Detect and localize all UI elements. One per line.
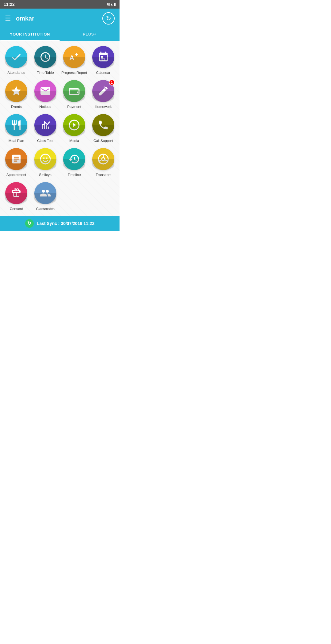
svg-point-10 bbox=[102, 158, 105, 161]
header-left: ☰ omkar bbox=[5, 14, 34, 22]
icon-circle-classmates bbox=[34, 182, 56, 204]
icon-circle-smileys bbox=[34, 148, 56, 170]
tab-your-institution[interactable]: YOUR INSTITUTION bbox=[0, 28, 60, 40]
svg-rect-3 bbox=[104, 86, 105, 89]
icon-circle-events bbox=[5, 80, 27, 102]
icon-circle-transport bbox=[92, 148, 114, 170]
tab-bar: YOUR INSTITUTION PLUS+ bbox=[0, 28, 120, 41]
label-payment: Payment bbox=[67, 105, 81, 109]
label-media: Media bbox=[70, 139, 79, 143]
icon-circle-appointment bbox=[5, 148, 27, 170]
badge-homework: 1 bbox=[109, 79, 115, 86]
grid-item-progress[interactable]: A+Progress Report bbox=[60, 46, 88, 75]
grid-item-homework[interactable]: 1Homework bbox=[89, 80, 117, 109]
grid-container: AttendanceTime TableA+Progress Report31C… bbox=[0, 41, 120, 216]
svg-point-6 bbox=[40, 154, 50, 164]
label-smileys: Smileys bbox=[39, 173, 51, 177]
grid-item-timeline[interactable]: Timeline bbox=[60, 148, 88, 177]
grid-item-media[interactable]: Media bbox=[60, 114, 88, 143]
header-title: omkar bbox=[16, 15, 34, 22]
grid-item-smileys[interactable]: Smileys bbox=[32, 148, 59, 177]
label-mealplan: Meal Plan bbox=[9, 139, 24, 143]
label-events: Events bbox=[11, 105, 22, 109]
grid-item-classmates[interactable]: Classmates bbox=[32, 182, 59, 211]
icon-circle-consent bbox=[5, 182, 27, 204]
icon-circle-media bbox=[63, 114, 85, 136]
status-time: 11:22 bbox=[4, 2, 15, 7]
label-calendar: Calendar bbox=[96, 70, 110, 75]
label-appointment: Appointment bbox=[6, 173, 26, 177]
grid-item-calendar[interactable]: 31Calendar bbox=[89, 46, 117, 75]
icon-circle-payment bbox=[63, 80, 85, 102]
grid-item-payment[interactable]: Payment bbox=[60, 80, 88, 109]
svg-point-8 bbox=[46, 157, 48, 159]
grid-item-classtest[interactable]: Class Test bbox=[32, 114, 59, 143]
svg-marker-5 bbox=[73, 123, 76, 127]
svg-point-7 bbox=[43, 157, 45, 159]
icon-circle-callsupport bbox=[92, 114, 114, 136]
signal-icon: ▴ bbox=[111, 2, 112, 6]
svg-text:+: + bbox=[75, 52, 78, 57]
refresh-button[interactable]: ↻ bbox=[102, 12, 115, 25]
bottom-bar: ↻ Last Sync : 30/07/2019 11:22 bbox=[0, 216, 120, 231]
svg-line-12 bbox=[99, 159, 102, 161]
grid-item-notices[interactable]: Notices bbox=[32, 80, 59, 109]
grid-item-callsupport[interactable]: Call Support bbox=[89, 114, 117, 143]
header: ☰ omkar ↻ bbox=[0, 9, 120, 28]
menu-button[interactable]: ☰ bbox=[5, 14, 11, 22]
svg-text:31: 31 bbox=[101, 57, 105, 61]
svg-line-13 bbox=[105, 159, 108, 161]
label-attendance: Attendance bbox=[7, 70, 25, 75]
label-timetable: Time Table bbox=[37, 70, 54, 75]
grid-item-timetable[interactable]: Time Table bbox=[32, 46, 59, 75]
icon-circle-timeline bbox=[63, 148, 85, 170]
grid-item-events[interactable]: Events bbox=[2, 80, 30, 109]
grid-item-mealplan[interactable]: Meal Plan bbox=[2, 114, 30, 143]
grid-item-attendance[interactable]: Attendance bbox=[2, 46, 30, 75]
grid-item-transport[interactable]: Transport bbox=[89, 148, 117, 177]
label-progress: Progress Report bbox=[61, 70, 87, 75]
icon-circle-classtest bbox=[34, 114, 56, 136]
icon-circle-notices bbox=[34, 80, 56, 102]
icon-circle-attendance bbox=[5, 46, 27, 68]
sync-icon: ↻ bbox=[25, 219, 34, 228]
label-callsupport: Call Support bbox=[93, 139, 113, 143]
label-notices: Notices bbox=[40, 105, 51, 109]
tab-plus[interactable]: PLUS+ bbox=[60, 28, 120, 40]
label-homework: Homework bbox=[95, 105, 112, 109]
label-transport: Transport bbox=[96, 173, 111, 177]
svg-text:A: A bbox=[69, 54, 74, 62]
icon-circle-progress: A+ bbox=[63, 46, 85, 68]
icon-circle-timetable bbox=[34, 46, 56, 68]
grid-item-consent[interactable]: Consent bbox=[2, 182, 30, 211]
icon-circle-homework: 1 bbox=[92, 80, 114, 102]
status-bar: 11:22 ⎘ ▴ ▮ bbox=[0, 0, 120, 9]
label-classmates: Classmates bbox=[36, 207, 55, 211]
icon-circle-mealplan bbox=[5, 114, 27, 136]
icon-circle-calendar: 31 bbox=[92, 46, 114, 68]
last-sync-text: Last Sync : 30/07/2019 11:22 bbox=[37, 221, 94, 226]
label-classtest: Class Test bbox=[37, 139, 53, 143]
label-consent: Consent bbox=[10, 207, 23, 211]
wifi-icon: ⎘ bbox=[107, 2, 109, 6]
battery-icon: ▮ bbox=[114, 2, 116, 6]
status-icons: ⎘ ▴ ▮ bbox=[107, 2, 116, 6]
label-timeline: Timeline bbox=[68, 173, 81, 177]
grid-item-appointment[interactable]: Appointment bbox=[2, 148, 30, 177]
